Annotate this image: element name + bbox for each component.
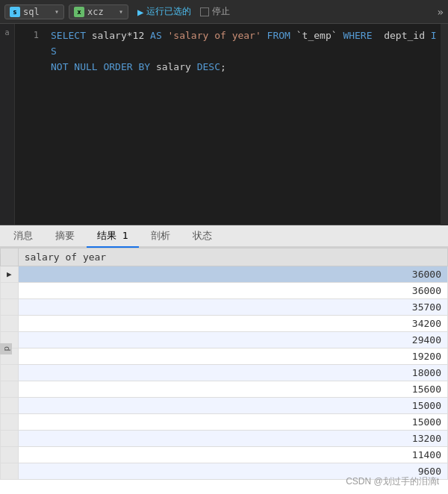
salary-of-year-cell: 15000 [18,414,447,431]
row-indicator-cell [1,365,19,381]
salary-of-year-cell: 19200 [18,348,447,365]
code-editor[interactable]: SELECT salary*12 AS 'salary of year' FRO… [45,24,448,225]
salary-of-year-cell: 18000 [18,365,447,381]
salary-of-year-cell: 34200 [18,316,447,332]
salary-of-year-cell: 11400 [18,447,447,463]
row-indicator-cell [1,431,19,447]
line-numbers: 1 [15,24,45,225]
table-row[interactable]: 11400 [1,447,448,463]
tab-status[interactable]: 状态 [182,225,223,248]
sql-tab-label: sql [23,7,40,17]
editor-area: a 1 SELECT salary*12 AS 'salary of year'… [0,24,448,225]
xcz-tab-chevron: ▾ [119,7,123,16]
table-row[interactable]: 35700 [1,299,448,316]
run-button[interactable]: ▶ 运行已选的 [133,4,196,19]
tab-profiling[interactable]: 剖析 [140,225,181,248]
run-button-label: 运行已选的 [146,5,191,18]
sidebar-marker: a [4,28,9,37]
left-sidebar: a [0,24,15,225]
results-area[interactable]: salary of year ▶360003600035700342002940… [0,248,448,494]
table-row[interactable]: 34200 [1,316,448,332]
row-indicator-cell [1,316,19,332]
table-row[interactable]: 36000 [1,283,448,299]
salary-of-year-cell: 15000 [18,398,447,414]
salary-of-year-cell: 29400 [18,332,447,348]
table-row[interactable]: 15000 [1,398,448,414]
row-indicator-cell [1,283,19,299]
row-indicator-cell: ▶ [1,266,19,283]
sql-tab-selector[interactable]: s sql ▾ [4,4,64,19]
table-row[interactable]: 13200 [1,431,448,447]
row-indicator-cell [1,414,19,431]
editor-scrollbar[interactable] [441,24,448,225]
sql-file-icon: s [10,7,20,17]
salary-of-year-cell: 15600 [18,381,447,398]
xcz-tab-label: xcz [87,7,104,17]
table-row[interactable]: 15000 [1,414,448,431]
result-table-body: ▶360003600035700342002940019200180001560… [1,266,448,480]
row-indicator-cell [1,463,19,480]
xcz-file-icon: x [74,7,84,17]
stop-checkbox[interactable] [200,7,209,16]
table-row[interactable]: 15600 [1,381,448,398]
toolbar: s sql ▾ x xcz ▾ ▶ 运行已选的 停止 » [0,0,448,24]
tab-result1[interactable]: 结果 1 [87,225,139,248]
row-indicator-cell [1,447,19,463]
salary-of-year-cell: 35700 [18,299,447,316]
row-indicator-cell [1,398,19,414]
salary-of-year-cell: 36000 [18,283,447,299]
stop-area[interactable]: 停止 [200,5,230,18]
sql-tab-chevron: ▾ [55,7,59,16]
result-table: salary of year ▶360003600035700342002940… [0,248,448,480]
table-row[interactable]: 29400 [1,332,448,348]
bottom-panel: 消息 摘要 结果 1 剖析 状态 salary of year ▶3600036… [0,225,448,494]
column-header-salary-of-year: salary of year [18,248,447,266]
result-tabs: 消息 摘要 结果 1 剖析 状态 [0,225,448,248]
line-number-1: 1 [15,28,39,43]
tab-messages[interactable]: 消息 [3,225,43,248]
table-row[interactable]: 18000 [1,365,448,381]
stop-label: 停止 [212,5,230,18]
salary-of-year-cell: 36000 [18,266,447,283]
table-row[interactable]: 19200 [1,348,448,365]
xcz-tab-selector[interactable]: x xcz ▾ [69,4,128,19]
salary-of-year-cell: 13200 [18,431,447,447]
watermark: CSDN @划过手的泪滴t [346,475,439,488]
table-row[interactable]: ▶36000 [1,266,448,283]
play-icon: ▶ [137,6,143,18]
row-indicator-cell [1,381,19,398]
expand-icon[interactable]: » [438,6,444,18]
row-indicator-header [1,248,19,266]
row-indicator-cell [1,299,19,316]
table-header-row: salary of year [1,248,448,266]
left-sidebar-label-d: d [0,343,12,354]
tab-summary[interactable]: 摘要 [45,225,85,248]
